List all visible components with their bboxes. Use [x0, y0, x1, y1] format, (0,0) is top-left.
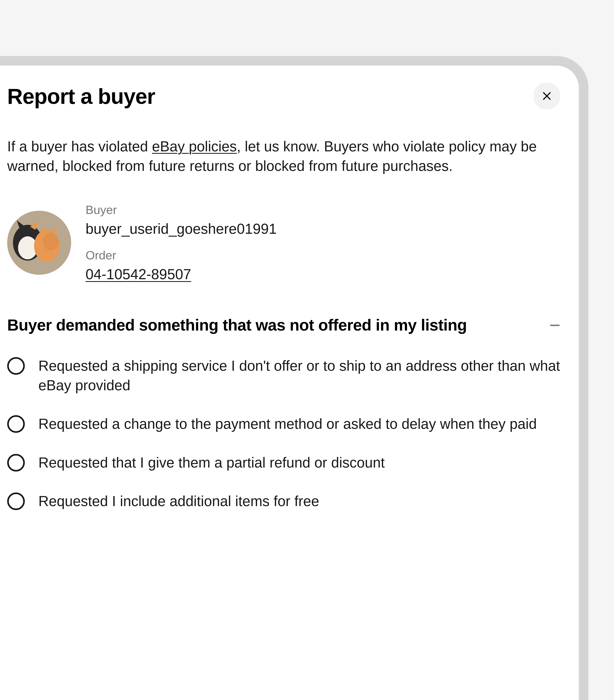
section-title: Buyer demanded something that was not of… — [7, 315, 467, 335]
option-row[interactable]: Requested I include additional items for… — [7, 491, 560, 511]
ebay-policies-link[interactable]: eBay policies — [152, 138, 237, 154]
option-row[interactable]: Requested a shipping service I don't off… — [7, 356, 560, 395]
svg-point-6 — [43, 233, 59, 250]
reason-section: Buyer demanded something that was not of… — [7, 315, 560, 511]
option-label: Requested that I give them a partial ref… — [38, 453, 385, 473]
option-label: Requested a shipping service I don't off… — [38, 356, 560, 395]
option-label: Requested I include additional items for… — [38, 491, 319, 511]
buyer-meta: Buyer buyer_userid_goeshere01991 Order 0… — [86, 203, 277, 283]
option-label: Requested a change to the payment method… — [38, 414, 537, 434]
radio-input[interactable] — [7, 357, 25, 375]
avatar-image — [7, 211, 71, 275]
option-row[interactable]: Requested a change to the payment method… — [7, 414, 560, 434]
buyer-avatar — [7, 211, 71, 275]
radio-input[interactable] — [7, 492, 25, 510]
order-id-link[interactable]: 04-10542-89507 — [86, 266, 191, 282]
buyer-info-row: Buyer buyer_userid_goeshere01991 Order 0… — [7, 203, 560, 283]
radio-input[interactable] — [7, 415, 25, 433]
intro-text: If a buyer has violated eBay policies, l… — [7, 137, 560, 176]
radio-input[interactable] — [7, 454, 25, 472]
minus-icon: − — [549, 315, 560, 335]
panel-title: Report a buyer — [7, 84, 155, 109]
buyer-label: Buyer — [86, 203, 277, 217]
order-label: Order — [86, 248, 277, 262]
options-list: Requested a shipping service I don't off… — [7, 356, 560, 511]
close-icon — [541, 90, 552, 102]
panel-header: Report a buyer — [7, 84, 560, 110]
report-buyer-panel: Report a buyer If a buyer has violated e… — [0, 66, 579, 700]
option-row[interactable]: Requested that I give them a partial ref… — [7, 453, 560, 473]
section-header[interactable]: Buyer demanded something that was not of… — [7, 315, 560, 335]
close-button[interactable] — [533, 83, 560, 110]
device-frame: Report a buyer If a buyer has violated e… — [0, 56, 588, 700]
buyer-userid: buyer_userid_goeshere01991 — [86, 221, 277, 237]
